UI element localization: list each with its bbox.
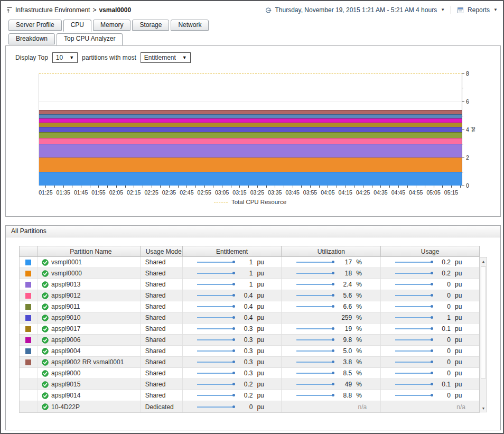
partition-name[interactable]: apspl9013 — [51, 281, 80, 288]
x-axis-tick — [222, 186, 222, 188]
top-count-select[interactable]: 10 ▼ — [52, 52, 78, 63]
drill-up-icon[interactable] — [6, 7, 13, 13]
table-row[interactable]: apspl9014Shared0.2pu8.8%0pu — [20, 390, 479, 401]
usage-value: 0 — [436, 303, 451, 310]
area-band-apspl9004 — [39, 114, 462, 118]
entitlement-value: 1 — [238, 270, 253, 277]
entitlement-unit: pu — [257, 303, 267, 310]
table-row[interactable]: vsmpl0001Shared1pu17%0.2pu — [20, 257, 479, 268]
metric-select[interactable]: Entitlement ▼ — [141, 52, 191, 63]
partition-name[interactable]: apspl9010 — [51, 314, 80, 321]
status-ok-icon — [42, 359, 49, 366]
status-ok-icon — [42, 392, 49, 399]
reports-chevron-down-icon[interactable]: ▼ — [493, 8, 498, 12]
partition-name[interactable]: apspl9017 — [51, 325, 80, 333]
table-row[interactable]: apspl9017Shared0.3pu19%0.1pu — [20, 324, 479, 335]
partition-name[interactable]: 10-4D22P — [51, 403, 80, 411]
utilization-cell: 9.8% — [282, 335, 381, 345]
tab-breakdown[interactable]: Breakdown — [8, 33, 55, 44]
partition-name[interactable]: apspl9004 — [51, 347, 80, 355]
column-header-entitlement[interactable]: Entitlement — [183, 246, 282, 256]
table-row[interactable]: apspl9015Shared0.2pu49%0.1pu — [20, 379, 479, 390]
entitlement-sparkline — [197, 339, 234, 340]
chart-plot — [39, 73, 462, 186]
x-axis-tick — [195, 186, 196, 188]
partition-name[interactable]: apspl9015 — [51, 381, 80, 388]
series-color-swatch — [25, 271, 31, 276]
x-axis-tick-label: 02:45 — [180, 189, 193, 196]
column-header-swatch[interactable] — [20, 246, 38, 256]
gridline — [39, 101, 462, 102]
utilization-cell: 3.8% — [282, 357, 381, 367]
table-row[interactable]: apspl9006Shared0.3pu9.8%0pu — [20, 335, 479, 346]
usage-na-value: n/a — [456, 403, 465, 411]
usage-sparkline — [395, 339, 432, 340]
table-row[interactable]: apspl9013Shared1pu2.4%0pu — [20, 279, 479, 290]
table-row[interactable]: vsmpl0000Shared1pu18%0.2pu — [20, 268, 479, 279]
reports-icon — [457, 7, 464, 14]
status-ok-icon — [42, 381, 49, 388]
column-header-partition-name[interactable]: Partition Name — [38, 246, 141, 256]
display-controls: Display Top 10 ▼ partitions with most En… — [15, 52, 191, 63]
partition-name[interactable]: apspl9014 — [51, 392, 80, 399]
usage-cell: 0pu — [381, 279, 479, 290]
status-ok-icon — [42, 337, 49, 344]
partition-name[interactable]: vsmpl0000 — [51, 270, 82, 277]
scroll-down-icon[interactable]: ▼ — [480, 405, 487, 411]
usage-mode-cell: Shared — [141, 346, 183, 356]
usage-mode-cell: Shared — [141, 301, 183, 312]
y-axis-tick — [462, 101, 464, 102]
table-row[interactable]: apspl9000Shared0.3pu8.5%0pu — [20, 368, 479, 379]
partition-name-cell: vsmpl0001 — [38, 257, 141, 267]
column-header-usage-mode[interactable]: Usage Mode — [141, 246, 183, 256]
table-body: vsmpl0001Shared1pu17%0.2puvsmpl0000Share… — [19, 257, 480, 413]
tab-storage[interactable]: Storage — [132, 20, 169, 31]
table-row[interactable]: 10-4D22PDedicated0pun/an/a — [20, 401, 479, 412]
table-scrollbar[interactable]: ▲ ▼ — [480, 257, 487, 412]
column-header-usage[interactable]: Usage — [381, 246, 479, 256]
tab-top-cpu-analyzer[interactable]: Top CPU Analyzer — [57, 33, 123, 45]
usage-value: 0.1 — [436, 325, 451, 333]
stacked-area-chart: Total CPU Resource 02468pu01:2501:3501:4… — [39, 73, 493, 206]
y-axis-tick-label: 4 — [466, 126, 469, 133]
usage-unit: pu — [455, 292, 465, 299]
tab-server-profile[interactable]: Server Profile — [8, 20, 62, 31]
utilization-value: 19 — [338, 325, 352, 333]
breadcrumb-root-link[interactable]: Infrastructure Environment — [15, 6, 90, 14]
area-band-apspl9010 — [39, 127, 462, 133]
tab-memory[interactable]: Memory — [93, 20, 130, 31]
series-color-cell — [20, 268, 38, 279]
tab-cpu[interactable]: CPU — [63, 20, 91, 32]
x-axis-tick — [416, 186, 416, 188]
time-range-chevron-down-icon[interactable]: ▼ — [441, 8, 445, 12]
table-row[interactable]: apspl9002 RR vsmal0001Shared0.3pu3.8%0pu — [20, 357, 479, 368]
scroll-up-icon[interactable]: ▲ — [480, 258, 487, 264]
table-row[interactable]: apspl9012Shared0.4pu5.6%0pu — [20, 290, 479, 301]
status-ok-icon — [42, 348, 49, 355]
x-axis-tick-label: 04:25 — [356, 189, 370, 196]
time-range-label[interactable]: Thursday, November 19, 2015 1:21 AM - 5:… — [275, 6, 437, 14]
partition-name[interactable]: apspl9012 — [51, 292, 80, 299]
utilization-value: 5.0 — [338, 347, 352, 355]
area-band-apspl9011 — [39, 132, 462, 138]
tab-network[interactable]: Network — [171, 20, 209, 31]
scrollbar-thumb[interactable] — [481, 266, 486, 378]
partition-name[interactable]: vsmpl0001 — [51, 258, 82, 266]
table-row[interactable]: apspl9010Shared0.4pu259%1pu — [20, 312, 479, 324]
area-band-apspl9002-rr-vsmal0001 — [39, 110, 462, 114]
partition-name[interactable]: apspl9000 — [51, 370, 80, 377]
table-row[interactable]: apspl9011Shared0.4pu6.6%0pu — [20, 301, 479, 312]
x-axis-tick — [231, 186, 231, 188]
table-row[interactable]: apspl9004Shared0.3pu5.0%0pu — [20, 346, 479, 357]
partition-name[interactable]: apspl9002 RR vsmal0001 — [51, 358, 124, 366]
y-axis-tick — [462, 88, 463, 88]
partition-name[interactable]: apspl9011 — [51, 303, 80, 310]
utilization-value: 8.8 — [338, 392, 352, 399]
y-axis-tick-label: 2 — [466, 154, 469, 161]
partition-name[interactable]: apspl9006 — [51, 336, 80, 344]
reports-label[interactable]: Reports — [468, 6, 490, 14]
usage-unit: pu — [455, 314, 465, 321]
column-header-utilization[interactable]: Utilization — [282, 246, 381, 256]
entitlement-unit: pu — [257, 281, 267, 288]
chevron-down-icon: ▼ — [69, 56, 74, 60]
